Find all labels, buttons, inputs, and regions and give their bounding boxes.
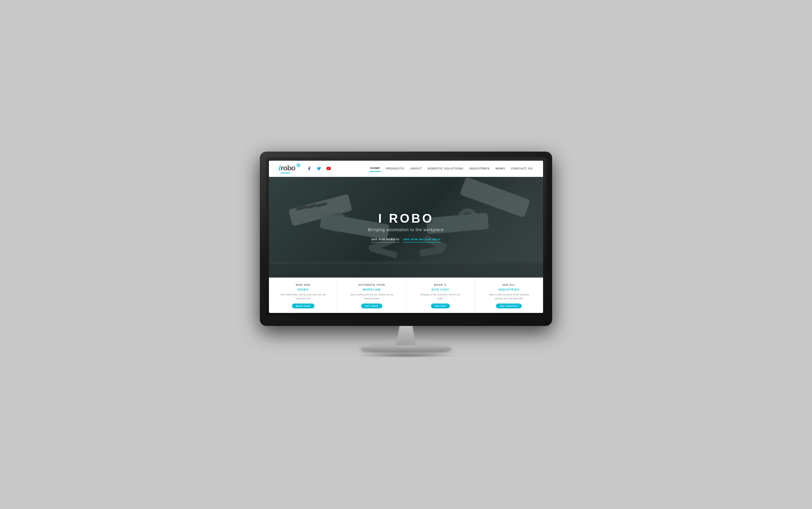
website-nav: HOME PRODUCTS ABOUT ROBOTIC SOLUTIONS IN…	[369, 165, 533, 172]
logo-robo: robo	[281, 164, 295, 172]
nav-industries[interactable]: INDUSTRIES	[469, 166, 490, 171]
logo-underline	[281, 173, 290, 173]
card-industries: SEE ALL INDUSTRIES Take a look at some o…	[475, 277, 543, 313]
header-left: i robo	[279, 164, 332, 173]
hero-buttons: SEE OUR ROBOTS SEE HOW WE CAN HELP	[368, 237, 444, 242]
social-icons	[306, 165, 332, 172]
nav-robotic-solutions[interactable]: ROBOTIC SOLUTIONS	[427, 166, 464, 171]
card-4-btn[interactable]: See industries	[496, 304, 522, 308]
card-1-btn[interactable]: About irobo	[292, 304, 315, 308]
hero-subtitle: Bringing automation to the workplace	[368, 228, 444, 232]
monitor-base	[360, 345, 452, 352]
twitter-icon[interactable]	[315, 165, 323, 172]
monitor-outer: i robo	[260, 151, 552, 326]
card-2-desc: Save money and let our robots do the ted…	[349, 293, 394, 301]
card-4-title-highlight: INDUSTRIES	[498, 288, 520, 291]
card-2-btn[interactable]: Our robots	[361, 304, 382, 308]
card-3-title-highlight: SITE VISIT	[431, 288, 449, 291]
nav-home[interactable]: HOME	[369, 165, 381, 172]
see-how-btn[interactable]: SEE HOW WE CAN HELP	[403, 237, 441, 242]
card-3-btn[interactable]: Site visit	[431, 304, 450, 308]
logo-robot-icon	[296, 163, 301, 169]
card-4-title-top: SEE ALL	[502, 283, 516, 286]
monitor-bezel: i robo	[266, 158, 546, 316]
monitor-neck	[390, 326, 422, 345]
see-robots-btn[interactable]: SEE OUR ROBOTS	[371, 237, 399, 242]
card-2-title-top: AUTOMATE YOUR	[358, 283, 385, 286]
card-1-desc: See what irobo can do and how can we hel…	[280, 293, 326, 301]
card-1-title-highlight: iROBO	[297, 288, 309, 291]
card-3-desc: Arrange a site visit from one of our tea…	[418, 293, 463, 301]
youtube-icon[interactable]	[325, 165, 332, 172]
card-site-visit: BOOK A SITE VISIT Arrange a site visit f…	[406, 277, 475, 313]
nav-products[interactable]: PRODUCTS	[385, 166, 405, 171]
monitor-base-shadow	[354, 353, 458, 358]
card-1-title-top: WHO ARE	[296, 283, 310, 286]
card-3-title-top: BOOK A	[434, 283, 447, 286]
logo[interactable]: i robo	[279, 164, 301, 173]
hero-title: I ROBO	[368, 212, 444, 226]
hero-content: I ROBO Bringing automation to the workpl…	[368, 212, 444, 242]
nav-contact-us[interactable]: CONTACT US	[511, 166, 533, 171]
nav-about[interactable]: ABOUT	[410, 166, 423, 171]
card-who-are: WHO ARE iROBO See what irobo can do and …	[269, 277, 337, 313]
svg-point-3	[298, 165, 299, 166]
nav-news[interactable]: NEWS	[495, 166, 506, 171]
monitor-screen: i robo	[269, 161, 543, 313]
hero-section: I ROBO Bringing automation to the workpl…	[269, 177, 543, 277]
website-header: i robo	[269, 161, 543, 177]
card-2-title-highlight: WORFLOW	[363, 288, 381, 291]
monitor-wrapper: i robo	[260, 151, 552, 358]
card-4-desc: Take a look at some of the industry sect…	[486, 293, 532, 301]
card-automate: AUTOMATE YOUR WORFLOW Save money and let…	[337, 277, 406, 313]
cards-section: WHO ARE iROBO See what irobo can do and …	[269, 277, 543, 313]
facebook-icon[interactable]	[306, 165, 313, 172]
